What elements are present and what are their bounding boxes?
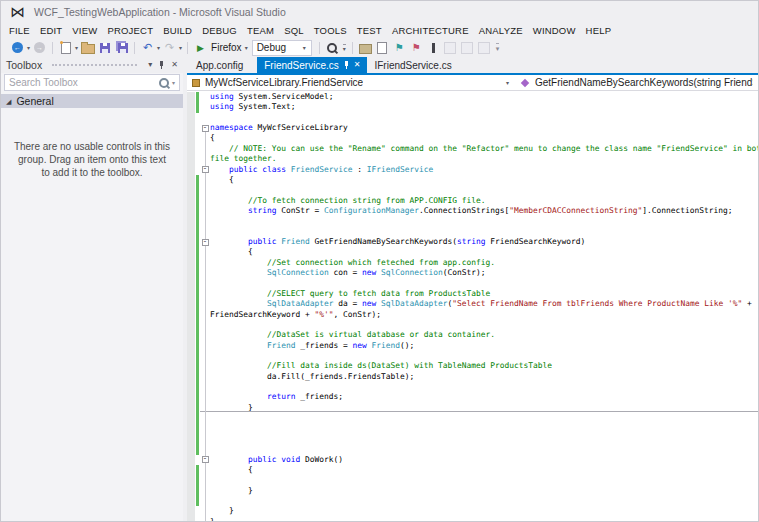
menu-window[interactable]: WINDOW	[528, 24, 581, 37]
breakpoint-margin[interactable]	[187, 475, 195, 485]
code-line[interactable]: FriendSearchKeyword + "%'", ConStr);	[187, 310, 758, 320]
navigate-backward-button[interactable]: ←	[10, 40, 25, 55]
menu-analyze[interactable]: ANALYZE	[474, 24, 528, 37]
start-debugging-button[interactable]: ▶	[193, 40, 208, 55]
breakpoint-margin[interactable]	[187, 123, 195, 133]
code-line[interactable]: SqlDataAdapter da = new SqlDataAdapter("…	[187, 299, 758, 309]
code-line[interactable]: file together.	[187, 154, 758, 164]
menu-test[interactable]: TEST	[352, 24, 387, 37]
breakpoint-margin[interactable]	[187, 310, 195, 320]
code-line[interactable]: //To fetch connection string from APP.CO…	[187, 196, 758, 206]
redo-button[interactable]: ↷	[162, 40, 177, 55]
navigate-forward-button[interactable]: →	[32, 40, 47, 55]
pin-icon[interactable]	[158, 61, 165, 70]
code-line[interactable]: - public Friend GetFriendNameBySearchKey…	[187, 237, 758, 247]
code-line[interactable]: return _friends;	[187, 392, 758, 402]
window-position-caret[interactable]: ▾	[148, 61, 152, 69]
save-button[interactable]	[97, 40, 112, 55]
browse-target-caret[interactable]: ▾	[245, 45, 248, 51]
code-line[interactable]: {	[187, 133, 758, 143]
breakpoint-margin[interactable]	[187, 382, 195, 392]
folder-navigate-button[interactable]	[358, 40, 373, 55]
code-line[interactable]: //Set connection which feteched from app…	[187, 258, 758, 268]
code-editor[interactable]: using System.ServiceModel;using System.T…	[187, 91, 758, 521]
breakpoint-margin[interactable]	[187, 206, 195, 216]
code-line[interactable]	[187, 496, 758, 506]
breakpoint-margin[interactable]	[187, 320, 195, 330]
breakpoint-margin[interactable]	[187, 486, 195, 496]
code-line[interactable]	[187, 475, 758, 485]
breakpoint-margin[interactable]	[187, 216, 195, 226]
breakpoint-margin[interactable]	[187, 258, 195, 268]
code-line[interactable]	[187, 413, 758, 423]
new-file-caret[interactable]: ▾	[75, 45, 78, 51]
breakpoint-margin[interactable]	[187, 455, 195, 465]
menu-project[interactable]: PROJECT	[102, 24, 158, 37]
breakpoint-margin[interactable]	[187, 434, 195, 444]
menu-team[interactable]: TEAM	[242, 24, 279, 37]
breakpoint-margin[interactable]	[187, 517, 195, 521]
breakpoint-margin[interactable]	[187, 299, 195, 309]
code-line[interactable]: {	[187, 465, 758, 475]
menu-build[interactable]: BUILD	[158, 24, 197, 37]
code-line[interactable]: }	[187, 517, 758, 521]
code-line[interactable]: {	[187, 175, 758, 185]
open-file-button[interactable]	[80, 40, 95, 55]
menu-edit[interactable]: EDIT	[35, 24, 67, 37]
breakpoint-margin[interactable]	[187, 278, 195, 288]
code-line[interactable]	[187, 113, 758, 123]
code-line[interactable]: using System.ServiceModel;	[187, 92, 758, 102]
menu-file[interactable]: FILE	[4, 24, 35, 37]
solution-configuration-combo[interactable]: Debug ▾	[252, 40, 312, 56]
toolbar-options-caret[interactable]: ▾	[343, 44, 346, 52]
search-options-caret[interactable]: ▾	[172, 79, 175, 86]
breakpoint-margin[interactable]	[187, 237, 195, 247]
code-line[interactable]: -namespace MyWcfServiceLibrary	[187, 123, 758, 133]
code-line[interactable]	[187, 278, 758, 288]
code-line[interactable]: // NOTE: You can use the "Rename" comman…	[187, 144, 758, 154]
members-dropdown[interactable]: GetFriendNameBySearchKeywords(string Fri…	[515, 75, 758, 90]
caret-bar-button[interactable]	[426, 40, 441, 55]
collapse-region-toggle[interactable]: -	[202, 239, 209, 246]
save-all-button[interactable]	[114, 40, 129, 55]
collapse-region-toggle[interactable]: -	[202, 125, 209, 132]
toolbox-group-general[interactable]: ◢ General	[1, 94, 183, 108]
breakpoint-margin[interactable]	[187, 341, 195, 351]
breakpoint-margin[interactable]	[187, 113, 195, 123]
breakpoint-margin[interactable]	[187, 506, 195, 516]
close-icon[interactable]: ✕	[171, 61, 178, 69]
breakpoint-margin[interactable]	[187, 227, 195, 237]
breakpoint-margin[interactable]	[187, 268, 195, 278]
breakpoint-margin[interactable]	[187, 372, 195, 382]
menu-sql[interactable]: SQL	[279, 24, 309, 37]
toolbar-overflow-caret[interactable]: ▾	[496, 43, 500, 52]
breakpoint-margin[interactable]	[187, 392, 195, 402]
breakpoint-margin[interactable]	[187, 247, 195, 257]
menu-architecture[interactable]: ARCHITECTURE	[387, 24, 474, 37]
redo-caret[interactable]: ▾	[179, 45, 182, 51]
breakpoint-margin[interactable]	[187, 92, 195, 102]
breakpoint-margin[interactable]	[187, 465, 195, 475]
drag-grip[interactable]	[52, 64, 137, 66]
breakpoint-margin[interactable]	[187, 403, 195, 413]
collapse-region-toggle[interactable]: -	[202, 166, 209, 173]
code-line[interactable]	[187, 227, 758, 237]
code-line[interactable]	[187, 444, 758, 454]
breakpoint-margin[interactable]	[187, 165, 195, 175]
code-line[interactable]	[187, 434, 758, 444]
undo-caret[interactable]: ▾	[157, 45, 160, 51]
menu-help[interactable]: HELP	[581, 24, 617, 37]
code-line[interactable]: //Fill data inside ds(DataSet) with Tabl…	[187, 361, 758, 371]
code-line[interactable]: Friend _friends = new Friend();	[187, 341, 758, 351]
breakpoint-margin[interactable]	[187, 154, 195, 164]
toolbox-search-input[interactable]	[9, 77, 159, 88]
tab-app-config[interactable]: App.config	[189, 57, 250, 73]
find-button[interactable]	[325, 40, 340, 55]
breakpoint-margin[interactable]	[187, 496, 195, 506]
menu-tools[interactable]: TOOLS	[309, 24, 352, 37]
breakpoint-margin[interactable]	[187, 351, 195, 361]
breakpoint-margin[interactable]	[187, 144, 195, 154]
new-file-button[interactable]	[58, 40, 73, 55]
code-line[interactable]: string ConStr = ConfigurationManager.Con…	[187, 206, 758, 216]
code-line[interactable]: da.Fill(_friends.FriendsTable);	[187, 372, 758, 382]
